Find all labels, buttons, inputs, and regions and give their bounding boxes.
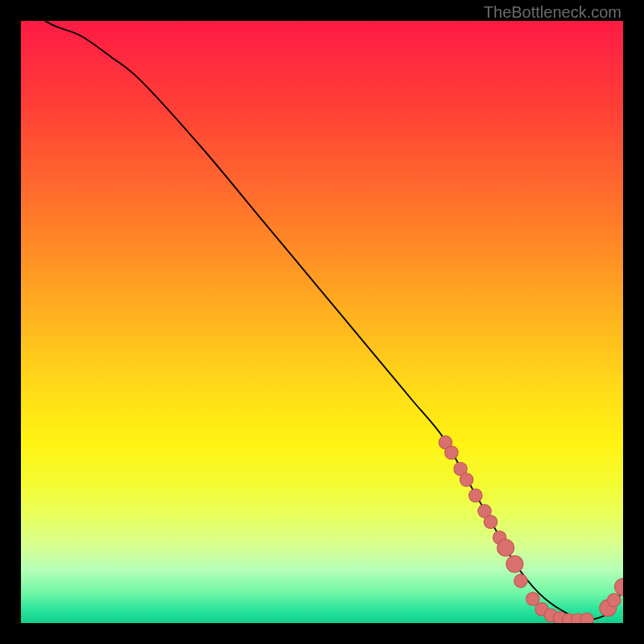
scatter-point bbox=[580, 613, 593, 623]
watermark-text: TheBottleneck.com bbox=[484, 3, 621, 22]
bottleneck-curve bbox=[45, 21, 623, 620]
scatter-point bbox=[506, 555, 523, 572]
scatter-point bbox=[514, 574, 527, 587]
scatter-point bbox=[445, 446, 458, 459]
scatter-point bbox=[497, 539, 514, 556]
scatter-point bbox=[526, 592, 539, 605]
chart-area bbox=[21, 21, 623, 623]
scatter-point bbox=[469, 489, 482, 502]
chart-svg bbox=[21, 21, 623, 623]
scatter-markers bbox=[439, 436, 623, 623]
scatter-point bbox=[615, 579, 623, 596]
scatter-point bbox=[484, 515, 497, 528]
scatter-point bbox=[608, 593, 621, 606]
scatter-point bbox=[460, 473, 473, 486]
